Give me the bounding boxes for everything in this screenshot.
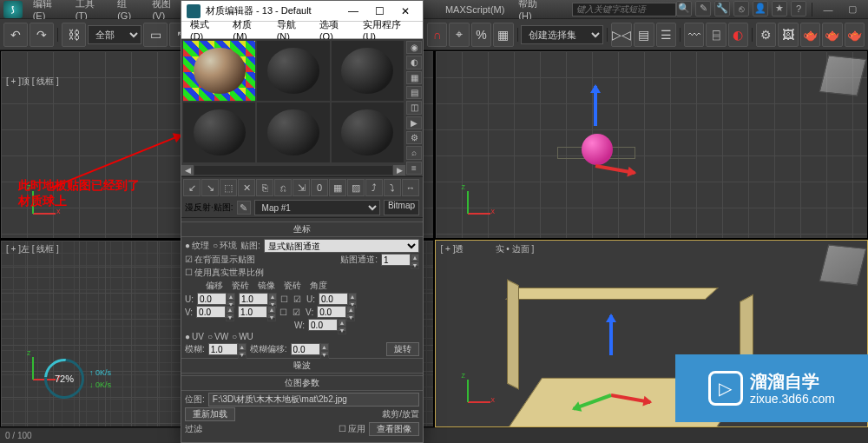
material-slot-scrollbar[interactable]: ◀▶: [181, 164, 405, 176]
radio-environ[interactable]: 环境: [213, 240, 237, 252]
u-tile[interactable]: ▲▼: [239, 293, 277, 305]
help-icon[interactable]: ?: [791, 1, 806, 17]
material-slot-5[interactable]: [257, 102, 329, 162]
background-icon[interactable]: ▦: [406, 71, 422, 84]
material-slot-6[interactable]: [332, 102, 404, 162]
reload-button[interactable]: 重新加载: [185, 407, 235, 421]
bluroff-spinner[interactable]: ▲▼: [291, 343, 329, 355]
show-end-icon[interactable]: ▨: [347, 179, 365, 196]
performance-gauge: 72% ↑ 0K/s ↓ 0K/s: [44, 357, 148, 400]
v-angle[interactable]: ▲▼: [317, 306, 355, 318]
viewcube[interactable]: [819, 244, 867, 285]
map-channel-spinner[interactable]: ▲▼: [381, 254, 419, 266]
mapping-select[interactable]: 显式贴图通道: [264, 239, 419, 253]
options-icon[interactable]: ⚙: [406, 131, 422, 144]
link-tool-icon[interactable]: ⛓: [62, 23, 86, 47]
section-bitmap[interactable]: 位图参数: [181, 375, 423, 391]
help-search-input[interactable]: [572, 3, 676, 17]
radio-texture[interactable]: 纹理: [185, 240, 209, 252]
render-region-icon[interactable]: 🫖: [845, 23, 865, 47]
script-icon[interactable]: ✎: [695, 1, 711, 17]
watermark-brand: 溜溜自学: [750, 371, 835, 392]
bitmap-path-button[interactable]: F:\3D\材质\木木木地板\mat\2b2.jpg: [208, 393, 419, 407]
v-mirror[interactable]: [279, 307, 289, 317]
select-icon[interactable]: ▭: [143, 23, 168, 47]
schematic-icon[interactable]: ⌸: [706, 23, 726, 47]
u-mirror[interactable]: [280, 294, 290, 304]
selection-filter[interactable]: 全部: [88, 25, 141, 44]
undo-icon[interactable]: ↶: [3, 23, 28, 47]
u-angle[interactable]: ▲▼: [319, 293, 357, 305]
copy-icon[interactable]: ⎘: [256, 179, 273, 196]
sample-type-icon[interactable]: ◉: [406, 41, 422, 54]
go-parent-icon[interactable]: ⤴: [365, 179, 383, 196]
search-icon[interactable]: 🔍: [676, 1, 692, 17]
render-setup-icon[interactable]: ⚙: [756, 23, 776, 47]
put-lib-icon[interactable]: ⇲: [293, 179, 310, 196]
user-icon[interactable]: 👤: [753, 1, 768, 17]
crop-apply-cb[interactable]: 应用: [339, 423, 365, 435]
star-icon[interactable]: ★: [772, 1, 787, 17]
pick-map-icon[interactable]: ✎: [237, 201, 251, 215]
w-angle[interactable]: ▲▼: [308, 319, 346, 331]
cb-show-back[interactable]: 在背面显示贴图: [185, 254, 255, 266]
sibling-icon[interactable]: ↔: [402, 179, 419, 196]
radio-vw[interactable]: VW: [207, 332, 228, 341]
menu-maxscript[interactable]: MAXScript(M): [438, 2, 511, 17]
render-icon[interactable]: 🫖: [800, 23, 820, 47]
make-unique-icon[interactable]: ⎌: [274, 179, 292, 196]
viewport-front[interactable]: xz: [435, 50, 869, 239]
material-editor-icon[interactable]: ◐: [728, 23, 748, 47]
section-coords[interactable]: 坐标: [181, 222, 423, 237]
magnet-icon[interactable]: ∩: [427, 23, 447, 47]
wrench-icon[interactable]: 🔧: [714, 1, 730, 17]
preview-icon[interactable]: ▶: [406, 116, 422, 129]
grid-snap-icon[interactable]: ▦: [493, 23, 513, 47]
window-restore[interactable]: ▢: [842, 1, 863, 18]
select-by-mat-icon[interactable]: ⌕: [406, 146, 422, 159]
v-ang-label: V:: [306, 307, 313, 317]
section-noise[interactable]: 噪波: [181, 358, 423, 374]
quick-render-icon[interactable]: 🫖: [822, 23, 842, 47]
hdr-tile: 瓷砖: [232, 280, 249, 292]
go-forward-icon[interactable]: ⤵: [384, 179, 401, 196]
render-frame-icon[interactable]: 🖼: [778, 23, 798, 47]
redo-icon[interactable]: ↷: [30, 23, 54, 47]
material-slot-2[interactable]: [257, 41, 329, 101]
assign-icon[interactable]: ⬚: [220, 179, 237, 196]
material-slot-4[interactable]: [183, 102, 255, 162]
watermark-logo-icon: ▷: [708, 371, 743, 406]
blur-spinner[interactable]: ▲▼: [208, 343, 247, 355]
mat-id-icon[interactable]: 0: [311, 179, 328, 196]
align-icon[interactable]: ▤: [634, 23, 654, 47]
layers-icon[interactable]: ☰: [656, 23, 676, 47]
material-slot-3[interactable]: [332, 41, 404, 101]
u-tile-cb[interactable]: [293, 294, 303, 304]
cb-realworld[interactable]: 使用真实世界比例: [185, 267, 264, 279]
radio-wu[interactable]: WU: [232, 332, 253, 341]
material-slot-1[interactable]: [183, 41, 255, 101]
backlight-icon[interactable]: ◐: [406, 56, 422, 69]
v-tile[interactable]: ▲▼: [238, 306, 276, 318]
video-check-icon[interactable]: ◫: [406, 101, 422, 114]
map-name-select[interactable]: Map #1: [254, 200, 380, 215]
uv-tile-icon[interactable]: ▤: [406, 86, 422, 99]
get-material-icon[interactable]: ↙: [183, 179, 201, 196]
u-offset[interactable]: ▲▼: [197, 293, 235, 305]
view-image-button[interactable]: 查看图像: [369, 422, 419, 436]
mat-list-icon[interactable]: ≡: [406, 162, 422, 175]
radio-uv[interactable]: UV: [185, 332, 204, 341]
window-minimize[interactable]: —: [818, 1, 838, 18]
named-selection-set[interactable]: 创建选择集: [521, 25, 603, 44]
rotate-button[interactable]: 旋转: [386, 342, 419, 356]
curve-editor-icon[interactable]: 〰: [684, 23, 704, 47]
link-icon[interactable]: ⎋: [733, 1, 749, 17]
percent-icon[interactable]: %: [471, 23, 491, 47]
v-tile-cb[interactable]: [293, 307, 302, 317]
reset-icon[interactable]: ✕: [238, 179, 255, 196]
mirror-icon[interactable]: ▷◁: [611, 23, 632, 47]
put-to-scene-icon[interactable]: ↘: [201, 179, 219, 196]
v-offset[interactable]: ▲▼: [196, 306, 234, 318]
show-map-icon[interactable]: ▦: [329, 179, 346, 196]
snap-icon[interactable]: ⌖: [449, 23, 469, 47]
